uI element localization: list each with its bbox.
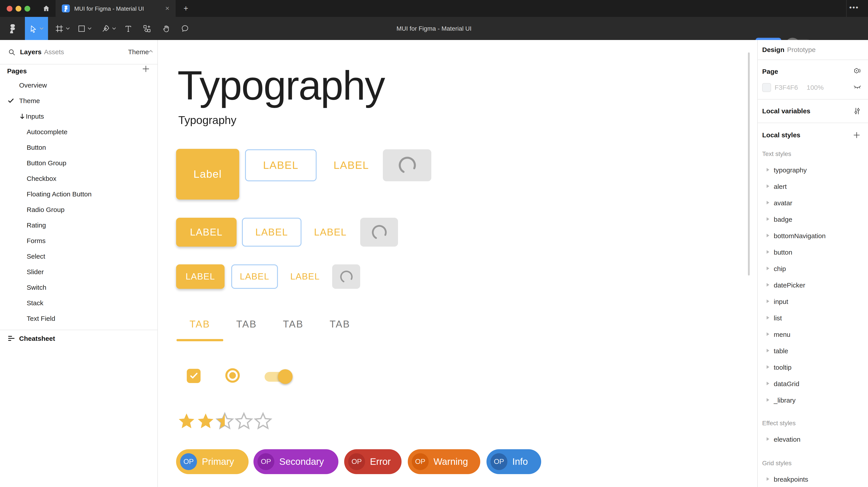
button-contained-small[interactable]: LABEL xyxy=(176,264,224,289)
style-datagrid[interactable]: dataGrid xyxy=(758,376,868,391)
style-table[interactable]: table xyxy=(758,343,868,359)
sidebar-page-inputs[interactable]: Inputs xyxy=(0,108,157,124)
chevron-up-icon[interactable] xyxy=(149,50,153,53)
eye-closed-icon[interactable] xyxy=(853,85,861,91)
sidebar-page-button-group[interactable]: Button Group xyxy=(0,155,157,171)
button-loading-large[interactable] xyxy=(383,149,431,181)
disclosure-triangle-icon[interactable] xyxy=(767,283,769,287)
button-contained-medium[interactable]: LABEL xyxy=(176,218,237,247)
sidebar-page-radio-group[interactable]: Radio Group xyxy=(0,202,157,217)
sidebar-page-stack[interactable]: Stack xyxy=(0,295,157,311)
new-tab-button[interactable]: + xyxy=(181,3,191,14)
checkbox-checked[interactable] xyxy=(187,369,200,383)
disclosure-triangle-icon[interactable] xyxy=(767,217,769,221)
shape-tool-button[interactable] xyxy=(75,17,94,40)
page-variables-icon[interactable] xyxy=(853,68,861,75)
sidebar-page-overview[interactable]: Overview xyxy=(0,77,157,93)
style-chip[interactable]: chip xyxy=(758,260,868,277)
style-badge[interactable]: badge xyxy=(758,211,868,227)
style-breakpoints[interactable]: breakpoints xyxy=(758,471,868,487)
disclosure-triangle-icon[interactable] xyxy=(767,316,769,320)
mui-tab-3[interactable]: TAB xyxy=(270,312,317,337)
window-overflow-menu-icon[interactable]: ••• xyxy=(849,4,859,11)
page-color-swatch[interactable] xyxy=(762,83,771,92)
add-style-icon[interactable] xyxy=(853,132,860,138)
sidebar-page-select[interactable]: Select xyxy=(0,249,157,264)
disclosure-triangle-icon[interactable] xyxy=(767,477,769,481)
actions-components-tool-button[interactable] xyxy=(139,17,155,40)
disclosure-triangle-icon[interactable] xyxy=(767,185,769,188)
file-tab[interactable]: MUI for Figma - Material UI × xyxy=(56,0,176,17)
sidebar-page-button[interactable]: Button xyxy=(0,139,157,155)
comment-tool-button[interactable] xyxy=(177,17,193,40)
mui-tab-4[interactable]: TAB xyxy=(317,312,363,337)
sidebar-item-cheatsheet[interactable]: Cheatsheet xyxy=(0,330,157,346)
move-tool-button[interactable] xyxy=(25,17,48,40)
page-color-hex[interactable]: F3F4F6 xyxy=(775,79,798,96)
chip-info[interactable]: OP Info xyxy=(487,449,541,474)
disclosure-triangle-icon[interactable] xyxy=(767,382,769,385)
disclosure-triangle-icon[interactable] xyxy=(767,299,769,303)
search-icon[interactable] xyxy=(8,49,15,56)
pen-tool-chevron-icon[interactable] xyxy=(112,27,116,30)
sidebar-page-checkbox[interactable]: Checkbox xyxy=(0,171,157,186)
variables-sliders-icon[interactable] xyxy=(853,107,861,115)
main-menu-figma-logo-icon[interactable] xyxy=(4,17,21,40)
hand-tool-button[interactable] xyxy=(158,17,174,40)
radio-button-selected[interactable] xyxy=(224,367,241,384)
chip-primary[interactable]: OP Primary xyxy=(176,449,249,474)
mui-tab-2[interactable]: TAB xyxy=(223,312,270,337)
disclosure-triangle-icon[interactable] xyxy=(767,365,769,369)
switch-thumb[interactable] xyxy=(278,369,292,384)
sidebar-page-autocomplete[interactable]: Autocomplete xyxy=(0,124,157,139)
tab-design[interactable]: Design xyxy=(762,42,784,58)
shape-tool-chevron-icon[interactable] xyxy=(87,27,91,30)
move-tool-chevron-icon[interactable] xyxy=(39,27,43,30)
sidebar-page-theme[interactable]: Theme xyxy=(0,93,157,108)
button-text-medium[interactable]: LABEL xyxy=(311,218,349,247)
style-list[interactable]: list xyxy=(758,310,868,326)
window-zoom-button[interactable] xyxy=(25,6,30,11)
style-button[interactable]: button xyxy=(758,244,868,260)
style-input[interactable]: input xyxy=(758,293,868,309)
rating-stars[interactable] xyxy=(177,412,273,430)
disclosure-triangle-icon[interactable] xyxy=(767,267,769,270)
style-menu[interactable]: menu xyxy=(758,326,868,342)
page-color-opacity[interactable]: 100% xyxy=(807,79,824,96)
frame-tool-chevron-icon[interactable] xyxy=(66,27,70,30)
sidebar-page-switch[interactable]: Switch xyxy=(0,280,157,295)
button-outlined-medium[interactable]: LABEL xyxy=(242,218,302,247)
style-library[interactable]: _library xyxy=(758,392,868,408)
window-close-button[interactable] xyxy=(7,6,12,11)
sidebar-page-forms[interactable]: Forms xyxy=(0,233,157,249)
style-bottomnavigation[interactable]: bottomNavigation xyxy=(758,228,868,244)
button-loading-small[interactable] xyxy=(332,264,360,289)
button-loading-medium[interactable] xyxy=(360,218,398,247)
style-elevation[interactable]: elevation xyxy=(758,431,868,447)
add-page-icon[interactable] xyxy=(142,65,153,76)
disclosure-triangle-icon[interactable] xyxy=(767,168,769,171)
disclosure-triangle-icon[interactable] xyxy=(767,250,769,254)
disclosure-triangle-icon[interactable] xyxy=(767,234,769,237)
tab-assets[interactable]: Assets xyxy=(44,48,64,56)
design-canvas[interactable]: Typography Typography Label LABEL LABEL … xyxy=(158,40,757,487)
disclosure-triangle-icon[interactable] xyxy=(767,332,769,336)
style-alert[interactable]: alert xyxy=(758,178,868,194)
button-outlined-large[interactable]: LABEL xyxy=(245,149,317,181)
chip-warning[interactable]: OP Warning xyxy=(408,449,480,474)
mui-tab-1[interactable]: TAB xyxy=(177,312,223,337)
sidebar-page-rating[interactable]: Rating xyxy=(0,217,157,233)
window-minimize-button[interactable] xyxy=(16,6,21,11)
disclosure-triangle-icon[interactable] xyxy=(767,201,769,204)
button-contained-large[interactable]: Label xyxy=(176,149,239,199)
sidebar-page-floating-action-button[interactable]: Floating Action Button xyxy=(0,186,157,202)
frame-tool-button[interactable] xyxy=(53,17,72,40)
tab-close-icon[interactable]: × xyxy=(165,5,169,12)
text-tool-button[interactable] xyxy=(120,17,136,40)
style-datepicker[interactable]: datePicker xyxy=(758,277,868,293)
chip-error[interactable]: OP Error xyxy=(344,449,402,474)
button-text-small[interactable]: LABEL xyxy=(288,264,321,289)
disclosure-triangle-icon[interactable] xyxy=(767,398,769,402)
home-icon[interactable] xyxy=(42,4,50,12)
sidebar-page-text-field[interactable]: Text Field xyxy=(0,311,157,326)
